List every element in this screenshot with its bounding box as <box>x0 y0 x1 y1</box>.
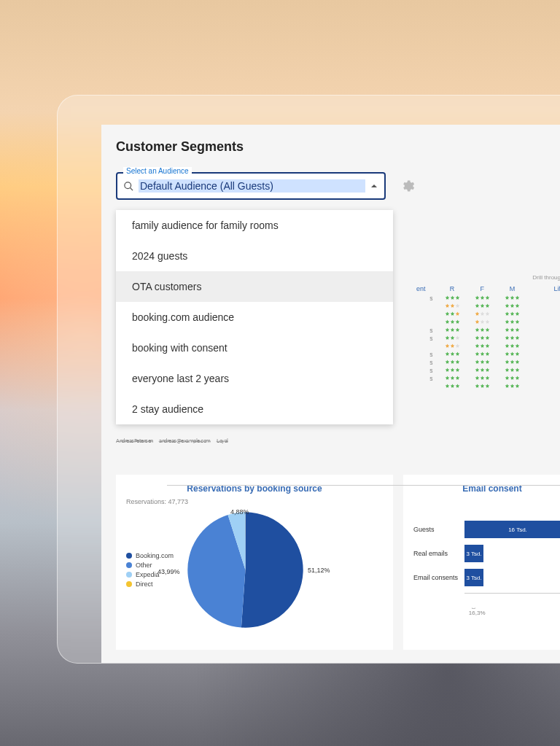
table-row[interactable]: s13.7 <box>413 358 560 366</box>
page-header: Customer Segments <box>101 125 560 162</box>
table-row[interactable]: s15.0 <box>413 334 560 342</box>
email-bar-row: Real emails3 Tsd. <box>413 545 560 562</box>
table-row[interactable]: s164.7 <box>413 294 560 302</box>
table-row[interactable]: s12.7 <box>413 374 560 382</box>
audience-dropdown: family audience for family rooms2024 gue… <box>116 210 393 424</box>
table-header[interactable]: F <box>467 284 497 294</box>
table-row[interactable]: 25.4 <box>413 302 560 310</box>
email-axis-top: 100% <box>464 501 560 514</box>
app-window: Customer Segments Select an Audience Def… <box>57 95 560 664</box>
table-row[interactable]: s13.9 <box>413 350 560 358</box>
legend-item: Booking.com <box>126 552 174 559</box>
pie-label-expedia: 4,88% <box>230 508 249 516</box>
audience-select-value: Default Audience (All Guests) <box>139 179 365 193</box>
table-header[interactable]: M <box>497 284 527 294</box>
svg-line-1 <box>131 187 133 190</box>
page-title: Customer Segments <box>116 139 560 155</box>
drill-hint: Drill through to a <box>413 274 560 281</box>
table-row[interactable]: 18.5 <box>413 318 560 326</box>
pie-label-other: 43,99% <box>158 568 180 575</box>
table-row[interactable]: 14.7 <box>413 342 560 350</box>
table-header[interactable]: Lifetime <box>527 284 560 294</box>
audience-option[interactable]: OTA customers <box>116 271 393 302</box>
audience-option[interactable]: booking with consent <box>116 333 393 363</box>
audience-option[interactable]: booking.com audience <box>116 302 393 333</box>
table-row[interactable]: s12.8 <box>413 366 560 374</box>
email-footer-pct: 16,3% <box>469 610 560 616</box>
svg-point-0 <box>125 182 131 188</box>
table-header[interactable]: ent <box>413 284 437 294</box>
table-row[interactable]: 12.3 <box>413 382 560 390</box>
obscured-row: A̶n̶d̶r̶e̶a̶s̶P̶e̶t̶e̶r̶s̶e̶n̶ a̶n̶d̶r̶e… <box>116 438 406 444</box>
table-row[interactable]: s18.0 <box>413 326 560 334</box>
app-surface: Customer Segments Select an Audience Def… <box>101 125 560 663</box>
pie-chart: 4,88% 51,12% 43,99% <box>185 510 306 630</box>
table-row[interactable]: 19.4 <box>413 310 560 318</box>
audience-option[interactable]: 2 stay audience <box>116 394 393 424</box>
pie-subtitle: Reservations: 47,773 <box>126 498 383 505</box>
audience-select[interactable]: Select an Audience Default Audience (All… <box>116 172 386 200</box>
audience-select-input[interactable]: Default Audience (All Guests) <box>116 172 386 200</box>
audience-option[interactable]: family audience for family rooms <box>116 210 393 241</box>
email-bar-row: Email consents3 Tsd. <box>413 569 560 586</box>
audience-option[interactable]: 2024 guests <box>116 241 393 271</box>
chevron-up-icon <box>370 182 378 190</box>
email-consent-card: Email consent 100% Guests16 Tsd.Real ema… <box>403 475 560 650</box>
reservations-pie-card: Reservations by booking source Reservati… <box>116 475 393 650</box>
segments-table: Drill through to a entRFMLifetime s164.7… <box>413 274 560 390</box>
legend-item: Direct <box>126 580 174 588</box>
search-icon <box>123 181 134 192</box>
email-axis-bottom: ⎵ 16,3% <box>464 593 560 616</box>
audience-select-label: Select an Audience <box>123 167 192 175</box>
email-bar-row: Guests16 Tsd. <box>413 521 560 538</box>
pie-label-booking: 51,12% <box>308 567 330 574</box>
gear-icon[interactable] <box>400 179 415 193</box>
audience-option[interactable]: everyone last 2 years <box>116 363 393 394</box>
table-header[interactable]: R <box>437 284 467 294</box>
